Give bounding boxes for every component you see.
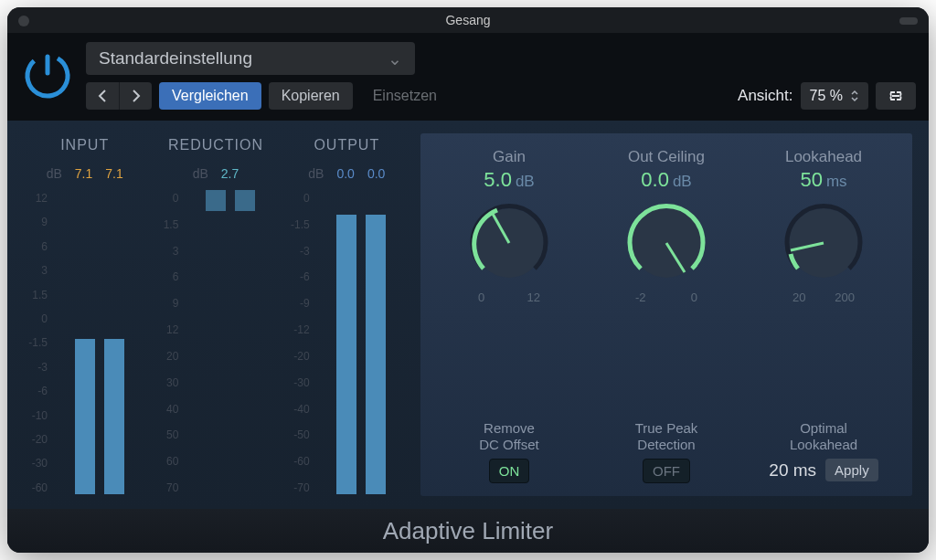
truepeak-toggle[interactable]: OFF	[643, 459, 690, 483]
preset-dropdown[interactable]: Standardeinstellung ⌄	[86, 42, 415, 75]
lookahead-range-lo: 20	[792, 291, 805, 304]
gain-control: Gain 5.0dB 0 12	[435, 148, 583, 411]
view-label: Ansicht:	[738, 87, 792, 105]
window-title: Gesang	[445, 13, 490, 27]
db-label: dB	[47, 166, 62, 181]
lookahead-knob[interactable]	[780, 199, 867, 287]
dc-offset-toggle[interactable]: ON	[489, 459, 530, 483]
dc-offset-option: RemoveDC Offset ON	[435, 420, 583, 483]
plugin-name-footer: Adaptive Limiter	[7, 509, 929, 553]
controls-panel: Gain 5.0dB 0 12	[420, 133, 912, 496]
zoom-select[interactable]: 75 %	[801, 82, 868, 110]
knob-graphic	[622, 199, 710, 287]
prev-preset-button[interactable]	[86, 82, 119, 110]
input-meter: INPUT dB 7.1 7.1 129631.50-1.5-3-6-10-20…	[24, 137, 145, 496]
outceiling-label: Out Ceiling	[628, 148, 705, 166]
gain-range-lo: 0	[478, 291, 484, 304]
knob-graphic	[465, 199, 553, 287]
lookahead-label: Lookahead	[785, 148, 862, 166]
meter-bar	[235, 190, 255, 211]
chevron-right-icon	[132, 90, 141, 102]
input-scale: 129631.50-1.5-3-6-10-20-30-60	[24, 190, 48, 496]
optimal-lookahead-value: 20 ms	[769, 460, 816, 481]
lookahead-control: Lookahead 50ms 20 200	[750, 148, 898, 411]
output-title: OUTPUT	[286, 137, 408, 159]
zoom-value: 75 %	[810, 88, 843, 104]
apply-button[interactable]: Apply	[825, 459, 878, 481]
plugin-body: INPUT dB 7.1 7.1 129631.50-1.5-3-6-10-20…	[7, 121, 929, 509]
meter-bar	[206, 190, 226, 211]
lookahead-value: 50ms	[800, 168, 846, 192]
optimal-lookahead-option: OptimalLookahead 20 ms Apply	[750, 420, 898, 483]
preset-nav	[86, 82, 152, 110]
toolbar: Standardeinstellung ⌄ Vergleichen Kopier…	[7, 33, 929, 121]
lookahead-range-hi: 200	[835, 291, 855, 304]
preset-name: Standardeinstellung	[99, 48, 252, 69]
outceiling-value: 0.0dB	[641, 168, 691, 192]
input-readout-r: 7.1	[105, 166, 122, 181]
plugin-name: Adaptive Limiter	[383, 517, 553, 545]
outceiling-range-hi: 0	[691, 291, 697, 304]
output-readout-r: 0.0	[367, 166, 385, 181]
meters-panel: INPUT dB 7.1 7.1 129631.50-1.5-3-6-10-20…	[24, 133, 408, 496]
input-title: INPUT	[24, 137, 145, 159]
compare-button[interactable]: Vergleichen	[159, 82, 261, 110]
stepper-icon	[850, 90, 859, 102]
knob-graphic	[780, 199, 867, 287]
plugin-window: Gesang Standardeinstellung ⌄	[7, 7, 929, 553]
input-readout-l: 7.1	[75, 166, 92, 181]
truepeak-label: True PeakDetection	[635, 420, 698, 453]
reduction-bars	[184, 190, 276, 496]
next-preset-button[interactable]	[119, 82, 152, 110]
gain-label: Gain	[493, 148, 526, 166]
reduction-readout: 2.7	[221, 166, 239, 181]
db-label: dB	[308, 166, 324, 181]
truepeak-option: True PeakDetection OFF	[592, 420, 740, 483]
db-label: dB	[193, 166, 208, 181]
copy-button[interactable]: Kopieren	[269, 82, 353, 110]
meter-bar	[336, 215, 356, 494]
power-button[interactable]	[20, 40, 75, 111]
output-scale: 0-1.5-3-6-9-12-20-30-40-50-60-70	[286, 190, 310, 496]
gain-value: 5.0dB	[484, 168, 534, 192]
power-icon	[23, 51, 72, 100]
outceiling-range-lo: -2	[635, 291, 646, 304]
gain-range-hi: 12	[527, 291, 540, 304]
meter-bar	[366, 215, 386, 494]
optimal-lookahead-label: OptimalLookahead	[790, 420, 857, 453]
chevron-down-icon: ⌄	[388, 48, 402, 69]
input-bars	[53, 190, 145, 496]
gain-knob[interactable]	[465, 199, 553, 287]
dc-offset-label: RemoveDC Offset	[479, 420, 539, 453]
meter-bar	[104, 339, 124, 494]
reduction-title: REDUCTION	[154, 137, 276, 159]
outceiling-knob[interactable]	[622, 199, 710, 287]
output-bars	[315, 190, 408, 496]
titlebar-accessory	[899, 17, 918, 25]
reduction-meter: REDUCTION dB 2.7 01.536912203040506070	[154, 137, 276, 496]
meter-bar	[75, 339, 95, 494]
paste-button[interactable]: Einsetzen	[360, 82, 450, 110]
reduction-scale: 01.536912203040506070	[154, 190, 178, 496]
output-meter: OUTPUT dB 0.0 0.0 0-1.5-3-6-9-12-20-30-4…	[286, 137, 408, 496]
link-button[interactable]	[876, 82, 916, 110]
output-readout-l: 0.0	[336, 166, 354, 181]
outceiling-control: Out Ceiling 0.0dB -2 0	[592, 148, 740, 411]
close-window-icon[interactable]	[18, 16, 29, 26]
titlebar: Gesang	[7, 7, 929, 33]
chevron-left-icon	[98, 90, 107, 102]
link-icon	[885, 90, 907, 102]
